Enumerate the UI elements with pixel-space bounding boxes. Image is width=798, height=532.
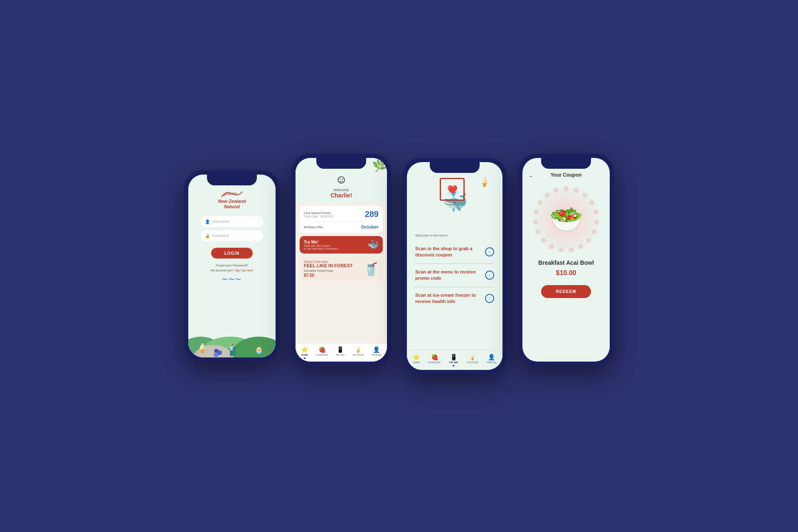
user-avatar: ☺️ <box>335 173 347 186</box>
user-name: Charlie! <box>330 192 352 199</box>
username-field[interactable]: 👤 Username <box>201 216 263 227</box>
phone3-location-label: LOCATION <box>467 361 478 364</box>
whale-icon: 🐳 <box>367 239 379 250</box>
flavour-title: FEEL LIKE IN FOREST <box>304 263 353 268</box>
welcome-future-text: Welcome to the future <box>415 234 494 237</box>
signup-link[interactable]: Sign Up Here <box>234 268 253 273</box>
phone1-notch <box>207 175 257 185</box>
ar-frame: ❤️ <box>440 178 465 201</box>
try-me-sub1: Scan with AR Camera <box>304 244 338 247</box>
points-row: Club Natural Points Expiry Date - 10/08/… <box>304 209 379 219</box>
coupon-price: $10.00 <box>556 269 576 277</box>
dots-decoration <box>533 186 599 253</box>
nav-flavours[interactable]: 🍓 FLAVOURS <box>316 346 328 359</box>
phone3-bottom-nav: ⭐ HOME 🍓 FLAVOURS 📱 TRY ME! 🍦 LOCA <box>407 350 502 370</box>
svg-text:🍦: 🍦 <box>197 342 208 354</box>
scan1-text: Scan in the shop to grab a discount coup… <box>415 246 478 259</box>
nav-flavours-label: FLAVOURS <box>316 354 328 356</box>
try-me-sub2: to find New Menu Promotion <box>304 247 338 250</box>
scan1-arrow[interactable]: › <box>485 247 494 256</box>
logo-text: New Zealand <box>218 199 246 204</box>
scan3-arrow[interactable]: › <box>485 294 494 303</box>
flavour-price: $7.50 <box>304 273 353 278</box>
svg-text:🫐: 🫐 <box>213 348 223 357</box>
flavours-nav-icon: 🍓 <box>318 346 325 353</box>
flavour-name: Smoothie Forest Fruits <box>304 269 353 272</box>
phone3-home-icon: ⭐ <box>413 354 420 360</box>
phone3-tryme-icon: 📱 <box>450 354 457 360</box>
flavour-banner[interactable]: Flavour of the week! FEEL LIKE IN FOREST… <box>300 257 383 281</box>
fern-icon <box>219 190 244 198</box>
welcome-label: Welcome <box>333 188 349 192</box>
phone3-nav-tryme[interactable]: 📱 TRY ME! <box>449 354 458 367</box>
palm-decoration: 🌿 <box>371 158 387 173</box>
nav-home-label: HOME <box>301 354 308 356</box>
nav-tryme[interactable]: 📱 TRY ME! <box>335 346 345 359</box>
coupon-body: 🥗 Breakfast Acai Bowl $10.00 REDEEM <box>522 182 610 362</box>
phone4-notch <box>541 158 591 169</box>
scan3-text: Scan at ice-cream freezer to receive hea… <box>415 292 478 305</box>
points-value: 289 <box>365 209 379 219</box>
redeem-button[interactable]: REDEEM <box>541 285 591 298</box>
try-me-banner[interactable]: Try Me! Scan with AR Camera to find New … <box>300 236 383 254</box>
phone3-screen: ❤️ 🐳 🍦 Welcome to the future Scan in the… <box>407 162 502 370</box>
try-me-title: Try Me! <box>304 240 338 244</box>
phone-ar: ❤️ 🐳 🍦 Welcome to the future Scan in the… <box>403 158 507 374</box>
no-account-text: No account yet? <box>211 268 233 272</box>
phone3-tryme-label: TRY ME! <box>449 361 458 364</box>
bottom-illustration: 🍦 🫐 🧁 🥤 <box>188 320 276 357</box>
phone3-nav-dot <box>453 365 454 367</box>
nav-tryme-label: TRY ME! <box>335 354 345 356</box>
phone3-nav-home[interactable]: ⭐ HOME <box>413 354 420 367</box>
scan-option-3[interactable]: Scan at ice-cream freezer to receive hea… <box>415 287 494 310</box>
logo-text2: Natural <box>224 204 240 209</box>
phone-home: 🌿 ☺️ Welcome Charlie! Club Natural Point… <box>291 154 391 366</box>
phone3-profile-label: PROFILE <box>487 361 497 364</box>
nzn-logo: New Zealand Natural <box>218 190 246 209</box>
user-icon: 👤 <box>205 219 210 224</box>
username-placeholder: Username <box>212 219 230 224</box>
nav-location[interactable]: 🍦 LOCATION <box>352 346 364 359</box>
forgot-password-text[interactable]: Forgot your Password? <box>216 264 248 267</box>
svg-text:🥤: 🥤 <box>228 344 235 351</box>
birthday-value: October <box>361 224 379 229</box>
points-label: Club Natural Points <box>304 211 334 215</box>
phone3-flavours-label: FLAVOURS <box>429 361 441 364</box>
nav-location-label: LOCATION <box>352 354 364 356</box>
phone3-location-icon: 🍦 <box>469 354 476 360</box>
phone-login: New Zealand Natural 👤 Username 🔒 Passwor… <box>184 170 280 362</box>
phone3-nav-profile[interactable]: 👤 PROFILE <box>487 354 497 367</box>
login-button[interactable]: LOGIN <box>211 248 253 259</box>
card-divider <box>304 222 379 222</box>
phone3-home-label: HOME <box>413 361 420 364</box>
password-placeholder: Password <box>212 234 229 238</box>
phone1-screen: New Zealand Natural 👤 Username 🔒 Passwor… <box>188 175 276 357</box>
phone2-notch <box>316 158 366 169</box>
phone2-screen: 🌿 ☺️ Welcome Charlie! Club Natural Point… <box>296 158 387 362</box>
flavour-week: Flavour of the week! <box>304 260 353 263</box>
phone3-nav-location[interactable]: 🍦 LOCATION <box>467 354 478 367</box>
profile-nav-icon: 👤 <box>373 346 380 353</box>
acai-bowl-image: 🥗 <box>533 186 599 253</box>
scan2-arrow[interactable]: › <box>485 271 494 280</box>
back-button[interactable]: ← <box>528 173 534 180</box>
coupon-title: Your Coupon <box>550 172 581 178</box>
wave-decoration: 〜〜〜 <box>222 276 242 283</box>
lock-icon: 🔒 <box>205 234 210 238</box>
scan2-text: Scan at the menu to receive promo code <box>415 269 478 282</box>
nav-profile[interactable]: 👤 PROFILE <box>372 346 382 359</box>
bottom-nav: ⭐ HOME 🍓 FLAVOURS 📱 TRY ME! 🍦 LOCA <box>296 343 387 362</box>
scan-option-2[interactable]: Scan at the menu to receive promo code › <box>415 264 494 287</box>
nav-profile-label: PROFILE <box>372 354 382 356</box>
nav-home[interactable]: ⭐ HOME <box>301 346 308 359</box>
phones-container: New Zealand Natural 👤 Username 🔒 Passwor… <box>167 133 631 399</box>
password-field[interactable]: 🔒 Password <box>201 230 263 241</box>
phone-coupon: ← Your Coupon 🥗 Breakfast Acai Bowl $10.… <box>518 154 614 366</box>
points-expiry: Expiry Date - 10/08/2021 <box>304 215 334 218</box>
birthday-label: Birthday Offer <box>304 225 323 229</box>
phone3-nav-flavours[interactable]: 🍓 FLAVOURS <box>429 354 441 367</box>
ar-content: Welcome to the future Scan in the shop t… <box>407 229 502 350</box>
svg-text:🧁: 🧁 <box>255 346 263 354</box>
coupon-item-name: Breakfast Acai Bowl <box>538 259 594 266</box>
scan-option-1[interactable]: Scan in the shop to grab a discount coup… <box>415 241 494 264</box>
